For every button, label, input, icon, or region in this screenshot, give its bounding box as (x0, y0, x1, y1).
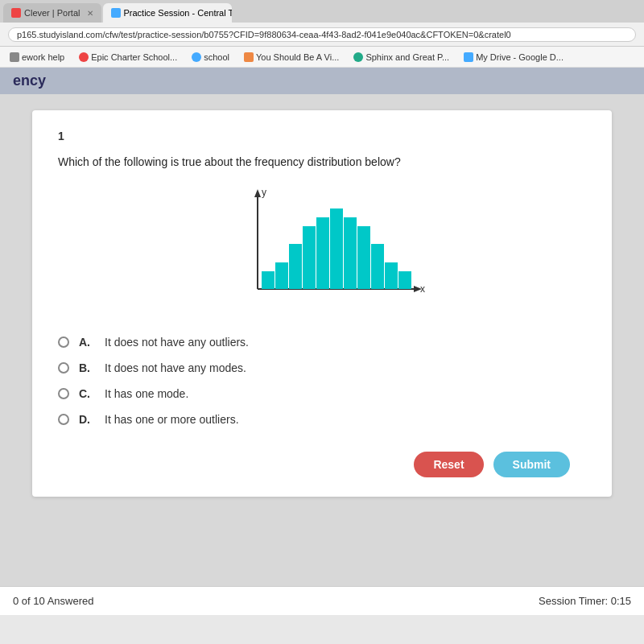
option-d[interactable]: D. It has one or more outliers. (58, 413, 586, 426)
bookmark-icon-sphinx (353, 52, 363, 62)
bookmark-label-school: school (204, 52, 229, 62)
option-a[interactable]: A. It does not have any outliers. (58, 336, 586, 349)
tab-favicon-practice (111, 8, 121, 18)
bookmark-label-sphinx: Sphinx and Great P... (365, 52, 449, 62)
question-card: 1 Which of the following is true about t… (32, 110, 612, 497)
answer-options: A. It does not have any outliers. B. It … (58, 336, 586, 426)
svg-text:x: x (420, 283, 425, 295)
submit-button[interactable]: Submit (493, 452, 570, 477)
bar-4 (303, 226, 316, 289)
bar-6 (330, 208, 343, 289)
option-letter-d: D. (79, 413, 95, 426)
option-b[interactable]: B. It does not have any modes. (58, 361, 586, 374)
radio-a[interactable] (58, 336, 69, 348)
bar-10 (385, 262, 398, 289)
bookmark-label-drive: My Drive - Google D... (476, 52, 564, 62)
bookmarks-bar: ework help Epic Charter School... school… (0, 47, 644, 68)
tab-practice[interactable]: Practice Session - Central Teac... ✕ (103, 3, 232, 23)
tab-clever[interactable]: Clever | Portal ✕ (3, 3, 101, 23)
bookmark-sphinx[interactable]: Sphinx and Great P... (349, 51, 454, 64)
page-wrapper: ency 1 Which of the following is true ab… (0, 68, 644, 615)
bookmark-icon-youshould (244, 52, 254, 62)
bookmark-icon-homework (10, 52, 19, 62)
bookmark-label-youshould: You Should Be A Vi... (256, 52, 339, 62)
radio-d[interactable] (58, 414, 69, 425)
question-number: 1 (58, 130, 586, 142)
reset-button[interactable]: Reset (414, 452, 483, 477)
option-text-c: It has one mode. (105, 387, 188, 400)
option-text-b: It does not have any modes. (105, 361, 246, 374)
address-bar: p165.studyisland.com/cfw/test/practice-s… (0, 23, 644, 47)
bar-9 (371, 244, 384, 289)
page-content: 1 Which of the following is true about t… (0, 94, 644, 586)
page-header-text: ency (13, 72, 46, 89)
browser-tabs: Clever | Portal ✕ Practice Session - Cen… (0, 0, 644, 23)
button-row: Reset Submit (58, 452, 586, 477)
bar-2 (275, 262, 288, 289)
tab-close-clever[interactable]: ✕ (87, 9, 93, 18)
answered-count: 0 of 10 Answered (13, 595, 93, 607)
bookmark-icon-drive (464, 52, 473, 62)
bar-11 (398, 271, 411, 289)
page-header: ency (0, 68, 644, 94)
chart-area: y x (58, 184, 586, 313)
bookmark-epic[interactable]: Epic Charter School... (74, 51, 182, 64)
option-letter-b: B. (79, 361, 95, 374)
option-text-d: It has one or more outliers. (105, 413, 239, 426)
bookmark-homework[interactable]: ework help (5, 51, 69, 64)
chart-container: y x (209, 184, 435, 313)
url-input[interactable]: p165.studyisland.com/cfw/test/practice-s… (8, 27, 636, 42)
page-footer: 0 of 10 Answered Session Timer: 0:15 (0, 586, 644, 615)
bookmark-label-epic: Epic Charter School... (91, 52, 177, 62)
option-letter-c: C. (79, 387, 95, 400)
bar-3 (289, 244, 302, 289)
bar-7 (344, 217, 357, 289)
bookmark-youshould[interactable]: You Should Be A Vi... (239, 51, 344, 64)
svg-marker-2 (254, 189, 261, 197)
tab-label-practice: Practice Session - Central Teac... (124, 8, 232, 18)
bookmark-icon-school (192, 52, 201, 62)
tab-label-clever: Clever | Portal (24, 8, 80, 18)
option-text-a: It does not have any outliers. (105, 336, 249, 349)
histogram-chart: y x (209, 184, 435, 313)
bar-5 (316, 217, 329, 289)
question-text: Which of the following is true about the… (58, 155, 586, 168)
option-letter-a: A. (79, 336, 95, 349)
radio-c[interactable] (58, 388, 69, 399)
bookmark-drive[interactable]: My Drive - Google D... (459, 51, 568, 64)
bookmark-school[interactable]: school (187, 51, 234, 64)
bar-8 (357, 226, 370, 289)
bookmark-icon-epic (79, 52, 89, 62)
svg-text:y: y (262, 187, 266, 198)
option-c[interactable]: C. It has one mode. (58, 387, 586, 400)
radio-b[interactable] (58, 362, 69, 374)
tab-favicon-clever (11, 8, 21, 18)
session-timer: Session Timer: 0:15 (539, 595, 631, 607)
bookmark-label-homework: ework help (22, 52, 64, 62)
bar-1 (262, 271, 275, 289)
